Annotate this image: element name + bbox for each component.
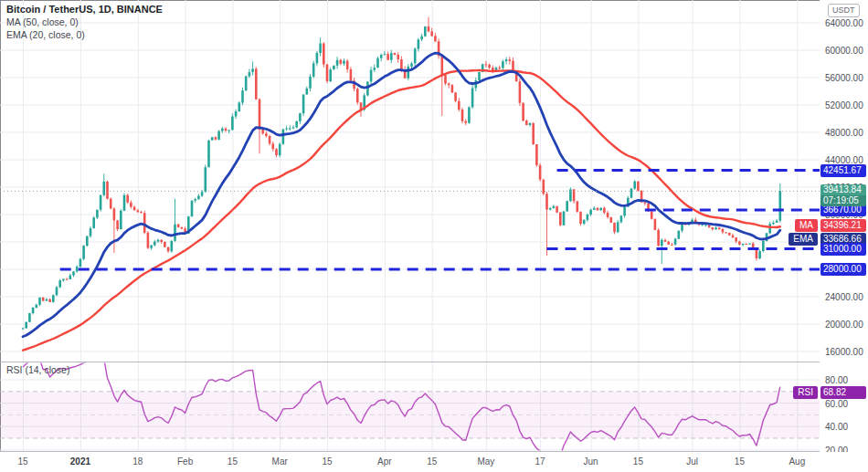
rsi-tick-label: 40.00 [825,422,848,432]
symbol-legend: Bitcoin / TetherUS, 1D, BINANCE MA (50, … [6,3,163,41]
price-tick-label: 48000.00 [825,128,863,138]
price-tick-label: 20000.00 [825,320,863,330]
ema-indicator-label[interactable]: EMA (20, close, 0) [6,28,163,41]
price-tick-label: 52000.00 [825,100,863,110]
level-price-badge: 42451.67 [820,164,866,177]
time-axis-label: Aug [789,456,805,467]
rsi-value-badge: 68.82 [820,386,866,399]
price-unit-label: USDT [828,4,860,17]
time-axis-label: Mar [272,456,288,467]
price-axis[interactable]: USDT 39413.84 07:19:05 34396.21 33686.66… [820,0,868,452]
time-axis-label: 2021 [70,456,90,467]
time-axis-label: 17 [535,456,545,467]
last-price-badge: 39413.84 07:19:05 [820,184,866,206]
trading-chart-window: Bitcoin / TetherUS, 1D, BINANCE MA (50, … [0,0,868,472]
time-axis-label: 15 [17,456,27,467]
candlestick-series [22,17,781,330]
rsi-band [0,392,820,438]
time-axis-label: May [477,456,494,467]
last-price-value: 39413.84 [820,184,866,195]
axis-tick-marks [24,23,824,455]
time-axis-label: 15 [322,456,332,467]
time-axis-label: Jun [584,456,598,467]
rsi-indicator-label[interactable]: RSI (14, close) [6,364,69,375]
chart-canvas[interactable] [0,0,868,472]
time-axis-label: 18 [132,456,143,467]
time-axis-label: 15 [633,456,643,467]
candle-countdown: 07:19:05 [820,195,866,206]
time-axis-label: Apr [377,456,392,467]
time-axis[interactable]: 15202118Feb15Mar15Apr15May17Jun15Jul15Au… [0,452,868,472]
gridlines [0,0,820,452]
ma-indicator-label[interactable]: MA (50, close, 0) [6,16,163,28]
level-price-badge: 31000.00 [820,243,866,256]
rsi-badge-prefix: RSI [793,386,818,399]
price-tick-label: 60000.00 [825,46,863,56]
rsi-tick-label: 80.00 [825,375,848,385]
time-axis-label: Feb [177,456,193,467]
ma-badge-prefix: MA [795,219,818,232]
symbol-title[interactable]: Bitcoin / TetherUS, 1D, BINANCE [6,3,163,16]
price-tick-label: 44000.00 [825,155,863,165]
rsi-tick-label: 60.00 [825,398,848,408]
price-tick-label: 16000.00 [825,347,863,357]
ma-value-badge: 34396.21 [820,219,866,232]
level-price-badge: 28000.00 [820,263,866,276]
time-axis-label: 15 [427,456,437,467]
time-axis-label: 15 [228,456,238,467]
ema20-line [23,53,780,337]
price-tick-label: 64000.00 [825,18,863,28]
price-tick-label: 56000.00 [825,73,863,83]
time-axis-label: Jul [686,456,698,467]
time-axis-label: 15 [735,456,745,467]
ema-badge-prefix: EMA [789,233,818,246]
price-tick-label: 24000.00 [825,292,863,302]
